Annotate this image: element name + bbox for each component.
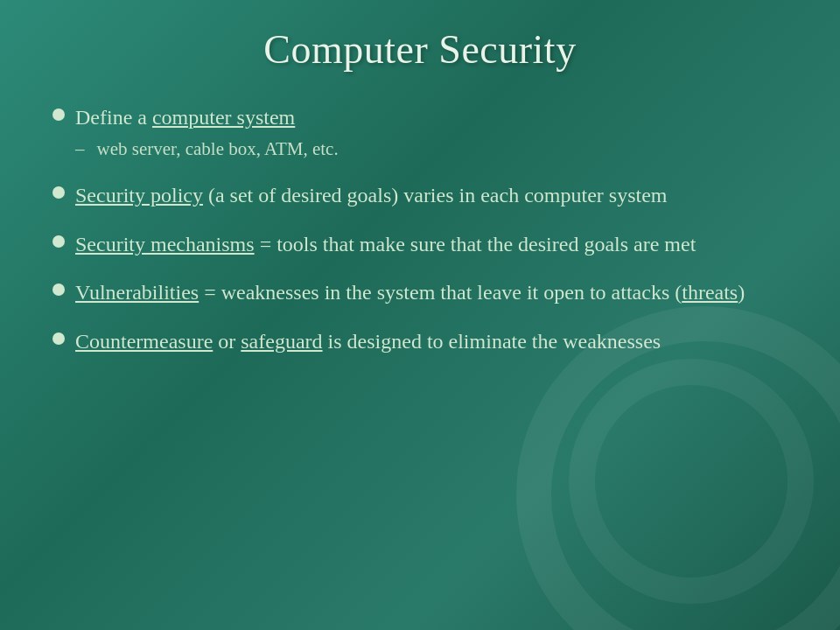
sub-bullet-define: – web server, cable box, ATM, etc. (75, 136, 788, 162)
highlight-threats: threats (682, 281, 738, 304)
sub-text-define: web server, cable box, ATM, etc. (97, 136, 339, 162)
bullet-item-define: Define a computer system – web server, c… (52, 103, 788, 162)
highlight-computer-system: computer system (152, 106, 295, 129)
bullet-dot-countermeasure (52, 332, 65, 345)
bullet-dot-vulnerabilities (52, 284, 65, 296)
slide-title: Computer Security (263, 26, 576, 73)
highlight-safeguard: safeguard (241, 330, 322, 353)
bullet-dot-define (52, 108, 65, 121)
bullet-text-countermeasure: Countermeasure or safeguard is designed … (75, 327, 788, 357)
sub-dash-define: – (75, 136, 85, 162)
bullet-text-security-mechanisms: Security mechanisms = tools that make su… (75, 230, 788, 260)
slide: Computer Security Define a computer syst… (0, 0, 840, 630)
bullet-text-define: Define a computer system (75, 103, 788, 133)
bullet-item-countermeasure: Countermeasure or safeguard is designed … (52, 327, 788, 357)
bullet-main-vulnerabilities: Vulnerabilities = weaknesses in the syst… (52, 278, 788, 308)
highlight-vulnerabilities: Vulnerabilities (75, 281, 199, 304)
bullet-item-security-mechanisms: Security mechanisms = tools that make su… (52, 230, 788, 260)
highlight-countermeasure: Countermeasure (75, 330, 213, 353)
bullet-main-security-mechanisms: Security mechanisms = tools that make su… (52, 230, 788, 260)
content-area: Define a computer system – web server, c… (52, 103, 788, 356)
bullet-dot-security-mechanisms (52, 235, 65, 248)
bullet-main-countermeasure: Countermeasure or safeguard is designed … (52, 327, 788, 357)
bullet-item-vulnerabilities: Vulnerabilities = weaknesses in the syst… (52, 278, 788, 308)
highlight-security-policy: Security policy (75, 184, 203, 206)
bullet-item-security-policy: Security policy (a set of desired goals)… (52, 181, 788, 211)
bullet-main-security-policy: Security policy (a set of desired goals)… (52, 181, 788, 211)
bullet-main-define: Define a computer system (52, 103, 788, 133)
bullet-dot-security-policy (52, 186, 65, 199)
bullet-text-security-policy: Security policy (a set of desired goals)… (75, 181, 788, 211)
bullet-text-vulnerabilities: Vulnerabilities = weaknesses in the syst… (75, 278, 788, 308)
highlight-security-mechanisms: Security mechanisms (75, 233, 255, 256)
